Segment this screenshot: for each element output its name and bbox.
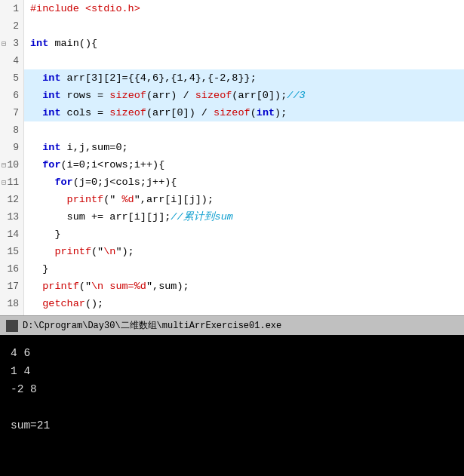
code-token: }	[54, 229, 60, 240]
code-content: printf(" %d",arr[i][j]);	[24, 191, 214, 208]
line-number: 13	[0, 208, 24, 226]
code-token: int	[42, 142, 60, 153]
code-row: 19}	[0, 312, 464, 315]
line-number: ⊟3	[0, 35, 24, 52]
fold-indicator[interactable]: ⊟	[2, 156, 6, 174]
fold-indicator[interactable]: ⊟	[2, 174, 6, 191]
code-row: ⊟11 for(j=0;j<cols;j++){	[0, 174, 464, 191]
code-row: 8	[0, 121, 464, 139]
line-number: 18	[0, 295, 24, 312]
code-token: \n	[103, 246, 115, 257]
code-row: 12 printf(" %d",arr[i][j]);	[0, 191, 464, 208]
code-token: sum += arr[i][j];	[67, 211, 171, 223]
code-token: \n sum=%d	[91, 281, 146, 292]
code-token: getchar	[42, 298, 85, 309]
code-content: int rows = sizeof(arr) / sizeof(arr[0]);…	[24, 87, 306, 104]
line-number: 19	[0, 312, 24, 315]
terminal-output: 4 61 4-2 8 sum=21	[11, 344, 453, 435]
code-token: //3	[287, 90, 305, 101]
line-number: ⊟11	[0, 174, 24, 191]
line-number: 2	[0, 17, 24, 35]
code-token: ();	[85, 298, 103, 309]
code-row: 9 int i,j,sum=0;	[0, 139, 464, 156]
terminal-body: 4 61 4-2 8 sum=21	[0, 335, 464, 476]
terminal-line: sum=21	[11, 416, 453, 435]
code-content: printf("\n sum=%d",sum);	[24, 278, 189, 295]
fold-indicator[interactable]: ⊟	[2, 35, 6, 52]
code-token: }	[42, 263, 48, 275]
code-editor: 1#include <stdio.h>2⊟3int main(){45 int …	[0, 0, 464, 315]
code-token: %d	[115, 194, 134, 205]
code-content: }	[24, 312, 36, 315]
code-row: 13 sum += arr[i][j];//累计到sum	[0, 208, 464, 226]
code-content: for(i=0;i<rows;i++){	[24, 156, 164, 174]
code-content: int cols = sizeof(arr[0]) / sizeof(int);	[24, 104, 287, 121]
line-number: 7	[0, 104, 24, 121]
code-token: for	[42, 159, 60, 170]
terminal-title: D:\Cprogram\Day30\二维数组\multiArrExercise0…	[23, 319, 281, 332]
code-lines-container: 1#include <stdio.h>2⊟3int main(){45 int …	[0, 0, 464, 315]
code-token: int	[42, 107, 60, 118]
terminal-line	[11, 398, 453, 416]
code-row: 4	[0, 52, 464, 69]
code-token: ",sum);	[146, 281, 189, 292]
line-number: 8	[0, 121, 24, 139]
code-content: }	[24, 260, 48, 278]
code-token: );	[275, 107, 287, 118]
code-content: int main(){	[24, 35, 97, 52]
code-token: ("	[103, 194, 115, 205]
line-number: 6	[0, 87, 24, 104]
code-token: (arr[0]) /	[146, 107, 214, 118]
code-token: sizeof	[195, 90, 232, 101]
code-token: i,j,sum=0;	[61, 142, 128, 153]
code-token: arr[3][2]={{4,6},{1,4},{-2,8}};	[61, 72, 257, 84]
code-row: 5 int arr[3][2]={{4,6},{1,4},{-2,8}};	[0, 69, 464, 87]
code-row: ⊟10 for(i=0;i<rows;i++){	[0, 156, 464, 174]
code-content	[24, 17, 30, 35]
code-token: #include <stdio.h>	[30, 3, 140, 14]
code-token: (j=0;j<cols;j++){	[73, 177, 177, 188]
code-token: (i=0;i<rows;i++){	[61, 159, 165, 170]
code-token: main(){	[48, 38, 97, 49]
code-token: sizeof	[109, 90, 146, 101]
code-token: (arr[0]);	[232, 90, 287, 101]
code-row: 15 printf("\n");	[0, 243, 464, 260]
code-token: (	[250, 107, 257, 118]
code-token: ",arr[i][j]);	[134, 194, 214, 205]
line-number: 17	[0, 278, 24, 295]
terminal-icon	[6, 320, 18, 332]
code-token: cols =	[61, 107, 110, 118]
line-number: 12	[0, 191, 24, 208]
code-content: getchar();	[24, 295, 103, 312]
code-row: 14 }	[0, 226, 464, 243]
code-token: int	[30, 38, 48, 49]
code-row: 17 printf("\n sum=%d",sum);	[0, 278, 464, 295]
terminal-bar: D:\Cprogram\Day30\二维数组\multiArrExercise0…	[0, 315, 464, 335]
code-content: int i,j,sum=0;	[24, 139, 128, 156]
code-row: 6 int rows = sizeof(arr) / sizeof(arr[0]…	[0, 87, 464, 104]
code-token: int	[257, 107, 275, 118]
code-token: int	[42, 72, 60, 84]
code-content: int arr[3][2]={{4,6},{1,4},{-2,8}};	[24, 69, 257, 87]
code-row: 18 getchar();	[0, 295, 464, 312]
line-number: ⊟10	[0, 156, 24, 174]
terminal-line: 4 6	[11, 344, 453, 362]
code-token: for	[54, 177, 72, 188]
code-row: 16 }	[0, 260, 464, 278]
code-row: 7 int cols = sizeof(arr[0]) / sizeof(int…	[0, 104, 464, 121]
code-content	[24, 121, 30, 139]
code-content: printf("\n");	[24, 243, 134, 260]
code-token: printf	[54, 246, 91, 257]
code-token: printf	[42, 281, 79, 292]
code-content: }	[24, 226, 61, 243]
line-number: 16	[0, 260, 24, 278]
line-number: 4	[0, 52, 24, 69]
terminal-line: -2 8	[11, 380, 453, 398]
code-content: #include <stdio.h>	[24, 0, 140, 17]
code-row: 2	[0, 17, 464, 35]
code-content: for(j=0;j<cols;j++){	[24, 174, 177, 191]
code-token: sizeof	[214, 107, 250, 118]
code-token: //累计到sum	[171, 211, 233, 223]
code-token: rows =	[61, 90, 110, 101]
code-content: sum += arr[i][j];//累计到sum	[24, 208, 233, 226]
